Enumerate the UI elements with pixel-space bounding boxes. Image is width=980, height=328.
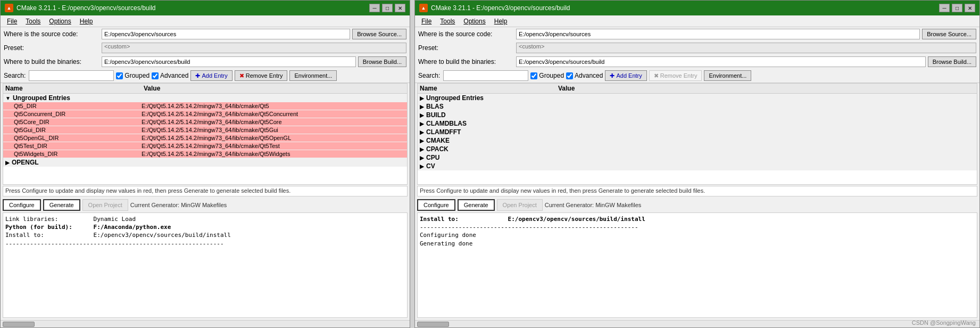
group-cmake-2[interactable]: ▶ CMAKE <box>418 136 977 145</box>
toolbar-row-2: Search: Grouped Advanced ✚ Add Entry ✖ R… <box>415 69 979 83</box>
group-ungrouped-2[interactable]: ▶ Ungrouped Entries <box>418 94 977 102</box>
browse-build-btn-1[interactable]: Browse Build... <box>358 56 406 67</box>
environment-btn-2[interactable]: Environment... <box>704 70 751 81</box>
group-cpack-2[interactable]: ▶ CPACK <box>418 145 977 153</box>
preset-label-2: Preset: <box>418 44 514 52</box>
table-row[interactable]: Qt5Widgets_DIR E:/Qt/Qt5.14.2/5.14.2/min… <box>3 150 407 158</box>
close-btn-2[interactable]: ✕ <box>965 4 975 12</box>
log-container-1: Link libraries: Dynamic Load Python (for… <box>3 212 408 318</box>
group-clamdfft-2[interactable]: ▶ CLAMDFFT <box>418 128 977 136</box>
hscroll-thumb-1[interactable] <box>3 322 35 327</box>
status-bar-1: Press Configure to update and display ne… <box>3 186 408 196</box>
group-cv-2[interactable]: ▶ CV <box>418 162 977 170</box>
table-2: Name Value ▶ Ungrouped Entries ▶ BLAS ▶ … <box>417 83 977 185</box>
window-title-1: CMake 3.21.1 - E:/opencv3/opencv/sources… <box>16 4 369 12</box>
table-header-1: Name Value <box>3 84 407 94</box>
log-line: Generating done <box>420 240 975 248</box>
log-line: Link libraries: Dynamic Load <box>5 215 405 223</box>
window-title-2: CMake 3.21.1 - E:/opencv3/opencv/sources… <box>431 4 939 12</box>
menu-file-1[interactable]: File <box>3 17 21 26</box>
search-input-2[interactable] <box>443 70 528 81</box>
minimize-btn-2[interactable]: ─ <box>939 4 950 12</box>
group-opengl-1[interactable]: ▶ OPENGL <box>3 158 407 167</box>
group-ungrouped-1[interactable]: ▼ Ungrouped Entries <box>3 94 407 102</box>
log-line: Install to: E:/opencv3/opencv/sources/bu… <box>5 231 405 239</box>
binaries-label-1: Where to build the binaries: <box>4 58 99 65</box>
source-input-2[interactable] <box>516 29 920 39</box>
remove-entry-btn-2[interactable]: ✖ Remove Entry <box>649 70 702 81</box>
search-label-1: Search: <box>4 72 26 79</box>
hscroll-thumb-2[interactable] <box>417 322 449 327</box>
binaries-input-2[interactable] <box>516 56 926 67</box>
window-separator <box>410 0 414 328</box>
group-arrow-cmake-2: ▶ <box>420 138 424 144</box>
col-name-2: Name <box>420 85 558 92</box>
cmake-icon-2: ▲ <box>419 4 428 12</box>
environment-btn-1[interactable]: Environment... <box>289 70 337 81</box>
table-row[interactable]: Qt5Concurrent_DIR E:/Qt/Qt5.14.2/5.14.2/… <box>3 110 407 118</box>
browse-source-btn-1[interactable]: Browse Source... <box>352 29 406 39</box>
close-btn-1[interactable]: ✕ <box>395 4 405 12</box>
browse-build-btn-2[interactable]: Browse Build... <box>928 56 976 67</box>
source-label-1: Where is the source code: <box>4 30 99 38</box>
table-row[interactable]: Qt5Test_DIR E:/Qt/Qt5.14.2/5.14.2/mingw7… <box>3 142 407 150</box>
preset-select-1[interactable]: <custom> <box>102 43 406 53</box>
group-arrow-blas-2: ▶ <box>420 104 424 110</box>
group-arrow-clamdblas-2: ▶ <box>420 121 424 127</box>
preset-row-1: Preset: <custom> <box>1 41 410 55</box>
cmake-icon-1: ▲ <box>5 4 13 12</box>
add-entry-btn-1[interactable]: ✚ Add Entry <box>190 70 232 81</box>
browse-source-btn-2[interactable]: Browse Source... <box>922 29 976 39</box>
generator-label-1: Current Generator: MinGW Makefiles <box>130 202 227 208</box>
window-controls-2: ─ □ ✕ <box>939 4 975 12</box>
add-entry-btn-2[interactable]: ✚ Add Entry <box>605 70 646 81</box>
advanced-check-2[interactable]: Advanced <box>566 72 603 79</box>
group-blas-2[interactable]: ▶ BLAS <box>418 102 977 111</box>
group-build-2[interactable]: ▶ BUILD <box>418 111 977 119</box>
maximize-btn-2[interactable]: □ <box>952 4 962 12</box>
table-row[interactable]: Qt5Gui_DIR E:/Qt/Qt5.14.2/5.14.2/mingw73… <box>3 126 407 134</box>
generate-btn-1[interactable]: Generate <box>43 199 80 211</box>
col-value-1: Value <box>144 85 405 92</box>
remove-entry-btn-1[interactable]: ✖ Remove Entry <box>235 70 288 81</box>
configure-btn-1[interactable]: Configure <box>3 199 41 211</box>
menu-file-2[interactable]: File <box>417 17 436 26</box>
generate-btn-2[interactable]: Generate <box>458 199 495 211</box>
advanced-check-1[interactable]: Advanced <box>152 72 188 79</box>
search-input-1[interactable] <box>29 70 114 81</box>
watermark: CSDN @SongpingWang <box>912 319 976 326</box>
minimize-btn-1[interactable]: ─ <box>369 4 380 12</box>
hscroll-1[interactable] <box>1 320 410 327</box>
action-row-2: Configure Generate Open Project Current … <box>415 198 979 212</box>
title-bar-2: ▲ CMake 3.21.1 - E:/opencv3/opencv/sourc… <box>415 1 979 15</box>
configure-btn-2[interactable]: Configure <box>417 199 455 211</box>
table-row[interactable]: Qt5Core_DIR E:/Qt/Qt5.14.2/5.14.2/mingw7… <box>3 118 407 126</box>
source-input-1[interactable] <box>102 29 350 39</box>
log-line: Install to: E:/opencv3/opencv/sources/bu… <box>420 215 975 223</box>
preset-select-2[interactable]: <custom> <box>516 43 976 53</box>
table-1: Name Value ▼ Ungrouped Entries Qt5_DIR E… <box>3 83 408 185</box>
table-row[interactable]: Qt5_DIR E:/Qt/Qt5.14.2/5.14.2/mingw73_64… <box>3 102 407 110</box>
maximize-btn-1[interactable]: □ <box>382 4 393 12</box>
menu-tools-1[interactable]: Tools <box>21 17 45 26</box>
col-value-2: Value <box>558 85 975 92</box>
binaries-input-1[interactable] <box>102 56 356 67</box>
menu-options-2[interactable]: Options <box>459 17 489 26</box>
grouped-check-2[interactable]: Grouped <box>530 72 564 79</box>
status-bar-2: Press Configure to update and display ne… <box>417 186 977 196</box>
menu-help-2[interactable]: Help <box>490 17 512 26</box>
menu-options-1[interactable]: Options <box>45 17 75 26</box>
log-line: Python (for build): F:/Anaconda/python.e… <box>5 223 405 231</box>
group-arrow-build-2: ▶ <box>420 112 424 118</box>
binaries-row-2: Where to build the binaries: Browse Buil… <box>415 55 979 69</box>
table-row[interactable]: Qt5OpenGL_DIR E:/Qt/Qt5.14.2/5.14.2/ming… <box>3 134 407 142</box>
preset-row-2: Preset: <custom> <box>415 41 979 55</box>
toolbar-row-1: Search: Grouped Advanced ✚ Add Entry ✖ R… <box>1 69 410 83</box>
group-arrow-cpu-2: ▶ <box>420 155 424 161</box>
group-clamdblas-2[interactable]: ▶ CLAMDBLAS <box>418 119 977 128</box>
group-cpu-2[interactable]: ▶ CPU <box>418 153 977 162</box>
grouped-check-1[interactable]: Grouped <box>116 72 150 79</box>
menu-tools-2[interactable]: Tools <box>436 17 459 26</box>
hscroll-2[interactable] <box>415 320 979 327</box>
menu-help-1[interactable]: Help <box>76 17 97 26</box>
